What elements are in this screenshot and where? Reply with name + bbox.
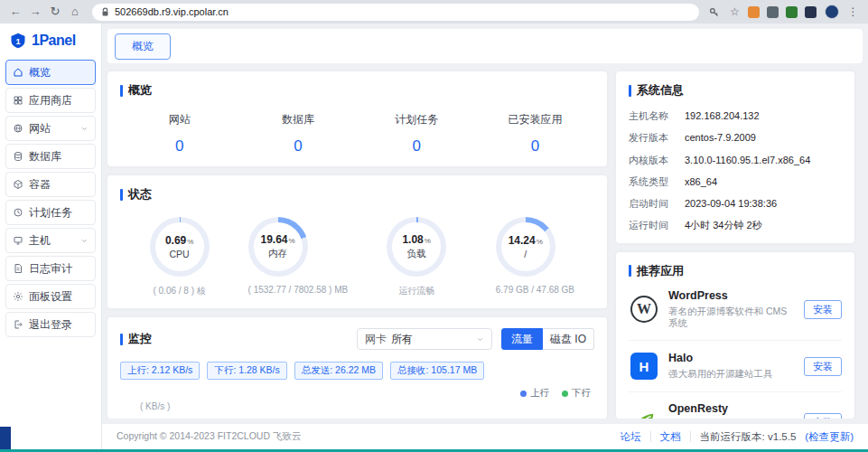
sidebar-item-cronjob[interactable]: 计划任务	[5, 200, 96, 225]
install-button[interactable]: 安装	[804, 357, 842, 376]
sidebar-corner-decoration	[0, 427, 11, 449]
forum-link[interactable]: 论坛	[621, 430, 641, 444]
legend-dot	[562, 391, 568, 397]
sidebar-item-website[interactable]: 网站	[5, 116, 96, 141]
gauge-subtext: ( 1532.77 / 7802.58 ) MB	[248, 285, 349, 295]
system-info-title: 系统信息	[629, 82, 842, 99]
extension-icon[interactable]	[805, 6, 817, 18]
gauge-root-disk: 14.24% / 6.79 GB / 47.68 GB	[496, 217, 574, 297]
disk-io-button[interactable]: 磁盘 IO	[543, 328, 594, 350]
stat-value[interactable]: 0	[476, 137, 594, 155]
stat-label: 网站	[120, 112, 238, 127]
footer: Copyright © 2014-2023 FIT2CLOUD 飞致云 论坛 文…	[102, 424, 868, 449]
logo[interactable]: 1 1Panel	[0, 24, 101, 58]
legend-dot	[520, 391, 527, 397]
total-received-badge: 总接收: 105.17 MB	[390, 362, 484, 380]
extension-icon[interactable]	[786, 6, 798, 18]
profile-avatar[interactable]	[825, 5, 839, 19]
gauge-ring: 1.08% 负载	[387, 217, 446, 277]
container-icon	[13, 179, 23, 190]
sidebar-item-database[interactable]: 数据库	[5, 144, 96, 169]
title-bar-decoration	[629, 265, 631, 277]
app-name: Halo	[668, 352, 797, 364]
install-button[interactable]: 安装	[804, 300, 842, 319]
install-button[interactable]: 安装	[804, 413, 842, 419]
tab-bar: 概览	[107, 29, 863, 63]
title-bar-decoration	[120, 85, 123, 97]
file-text-icon	[13, 263, 23, 274]
stat-label: 已安装应用	[476, 112, 594, 127]
gauge-subtext: 运行流畅	[387, 285, 446, 297]
status-card: 状态 0.69% CPU ( 0.06 / 8 ) 核	[107, 175, 607, 308]
system-info-row: 发行版本 centos-7.9.2009	[629, 131, 842, 144]
system-info-row: 启动时间 2023-09-04 19:38:36	[629, 197, 842, 210]
app-row-wordpress: W WordPress 著名的开源博客软件和 CMS 系统 安装	[629, 279, 842, 341]
nic-select[interactable]: 网卡 所有	[357, 328, 492, 350]
stat-value[interactable]: 0	[120, 137, 238, 155]
stat-value[interactable]: 0	[238, 137, 357, 155]
grid-icon	[13, 95, 23, 106]
tab-overview[interactable]: 概览	[115, 33, 171, 60]
divider	[690, 431, 691, 442]
system-info-row: 系统类型 x86_64	[629, 175, 842, 188]
gauge-ring: 19.64% 内存	[248, 217, 308, 277]
address-bar[interactable]: 502669db.r9.vip.cpolar.cn	[92, 4, 699, 21]
monitor-controls: 网卡 所有 流量 磁盘 IO	[357, 328, 594, 350]
app-name: WordPress	[668, 289, 797, 302]
sidebar-item-logout[interactable]: 退出登录	[5, 312, 96, 337]
sidebar-item-overview[interactable]: 概览	[5, 60, 96, 85]
content-area: 概览 网站 0 数据库 0 计划任务 0	[102, 63, 868, 419]
title-bar-decoration	[629, 85, 631, 97]
monitor-card-title: 监控	[120, 331, 152, 347]
database-icon	[13, 151, 23, 162]
gauge-text: 0.69% CPU	[165, 234, 193, 259]
copyright-text: Copyright © 2014-2023 FIT2CLOUD 飞致云	[117, 430, 301, 443]
system-info-row: 主机名称 192.168.204.132	[629, 109, 842, 122]
divider	[650, 431, 651, 442]
app-description: 著名的开源博客软件和 CMS 系统	[668, 306, 797, 330]
legend-down[interactable]: 下行	[562, 387, 591, 400]
gauge-subtext: 6.79 GB / 47.68 GB	[496, 285, 574, 295]
chevron-down-icon	[80, 125, 89, 133]
check-update-link[interactable]: (检查更新)	[805, 430, 854, 444]
sidebar-item-appstore[interactable]: 应用商店	[5, 88, 96, 113]
gauge-text: 19.64% 内存	[260, 233, 294, 260]
bookmark-star-icon[interactable]: ☆	[727, 5, 742, 18]
wordpress-icon: W	[629, 294, 659, 325]
gauge-ring: 14.24% /	[496, 217, 555, 277]
sidebar-item-settings[interactable]: 面板设置	[5, 284, 96, 309]
status-card-title: 状态	[120, 186, 594, 202]
stat-databases: 数据库 0	[238, 112, 357, 155]
home-icon[interactable]: ⌂	[67, 4, 83, 20]
stat-cronjobs: 计划任务 0	[358, 112, 476, 155]
app-row-halo: H Halo 强大易用的开源建站工具 安装	[629, 341, 842, 392]
recommended-apps-title: 推荐应用	[629, 263, 842, 279]
left-column: 概览 网站 0 数据库 0 计划任务 0	[107, 71, 607, 419]
recommended-apps-list: W WordPress 著名的开源博客软件和 CMS 系统 安装 H Halo	[629, 279, 842, 419]
gauge-cpu: 0.69% CPU ( 0.06 / 8 ) 核	[150, 217, 210, 297]
reload-icon[interactable]: ↻	[47, 4, 63, 20]
logo-text: 1Panel	[32, 33, 76, 49]
footer-links: 论坛 文档 当前运行版本: v1.5.5 (检查更新)	[621, 430, 854, 444]
browser-menu-icon[interactable]: ⋮	[845, 5, 861, 18]
total-sent-badge: 总发送: 26.22 MB	[294, 362, 383, 380]
traffic-button[interactable]: 流量	[501, 328, 543, 350]
extension-icon[interactable]	[767, 6, 779, 18]
docs-link[interactable]: 文档	[660, 430, 681, 444]
extension-icon[interactable]	[748, 6, 760, 18]
clock-icon	[13, 207, 23, 218]
legend-up[interactable]: 上行	[520, 387, 549, 400]
status-gauges: 0.69% CPU ( 0.06 / 8 ) 核 19.64%	[120, 217, 594, 297]
sidebar-item-container[interactable]: 容器	[5, 172, 96, 197]
gauge-subtext: ( 0.06 / 8 ) 核	[150, 285, 210, 297]
back-icon[interactable]: ←	[7, 4, 23, 20]
forward-icon[interactable]: →	[27, 4, 43, 20]
sidebar-item-logs[interactable]: 日志审计	[5, 256, 96, 281]
gauge-text: 1.08% 负载	[402, 233, 430, 260]
sidebar-item-host[interactable]: 主机	[5, 228, 96, 253]
right-column: 系统信息 主机名称 192.168.204.132 发行版本 centos-7.…	[616, 71, 854, 419]
version-text: 当前运行版本: v1.5.5	[700, 430, 797, 444]
stat-value[interactable]: 0	[358, 137, 476, 155]
key-icon[interactable]	[708, 6, 723, 18]
down-rate-badge: 下行: 1.28 KB/s	[207, 362, 286, 380]
